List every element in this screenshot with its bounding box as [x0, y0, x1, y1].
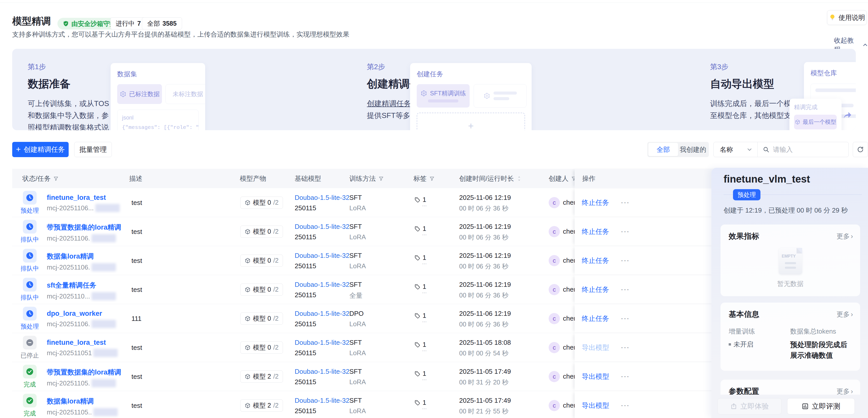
tag-cell[interactable]: 1 ... [414, 283, 427, 293]
metrics-more-link[interactable]: 更多› [836, 232, 853, 241]
row-action-link[interactable]: 终止任务 [582, 314, 609, 323]
tag-cell[interactable]: 1 ... [414, 225, 427, 235]
task-name-link[interactable]: 数据集lora精调 [47, 397, 118, 406]
run-duration: 00 时 00 分 54 秒 [459, 349, 511, 357]
base-model-version: 250115 [295, 233, 349, 241]
status-clock-icon [23, 191, 37, 204]
task-card-title: 创建任务 [417, 70, 525, 79]
refresh-button[interactable] [853, 142, 868, 157]
base-model-link[interactable]: Doubao-1.5-lite-32 [295, 339, 349, 347]
task-name-link[interactable]: 带预置数据集的lora精调 [47, 368, 121, 377]
filter-field-select[interactable]: 名称 [714, 145, 757, 154]
redacted-id-segment [92, 234, 116, 242]
creator-name: chen [563, 199, 575, 206]
cube-icon [795, 119, 801, 125]
filter-icon[interactable] [429, 176, 435, 181]
row-action-link[interactable]: 终止任务 [582, 227, 609, 236]
created-time: 2025-11-06 12:19 [459, 223, 511, 231]
detail-meta: 创建于 12:19，已预处理 00 时 06 分 29 秒 [723, 206, 848, 215]
model-artifact-chip[interactable]: 模型 0/2 [240, 312, 283, 325]
more-actions-button[interactable]: ··· [621, 199, 630, 206]
tag-cell[interactable]: 1 ... [414, 399, 427, 409]
run-duration: 00 时 06 分 36 秒 [459, 233, 511, 242]
base-model-link[interactable]: Doubao-1.5-lite-32 [295, 194, 349, 202]
tag-cell[interactable]: 1 ... [414, 254, 427, 264]
evaluate-now-button[interactable]: 立即评测 [787, 398, 855, 414]
try-now-button[interactable]: 立即体验 [717, 398, 781, 414]
sort-icon[interactable] [516, 175, 522, 182]
model-artifact-chip[interactable]: 模型 0/2 [240, 341, 283, 354]
task-name-link[interactable]: 数据集lora精调 [47, 252, 116, 261]
basic-info-more-link[interactable]: 更多› [836, 310, 853, 319]
row-action-link[interactable]: 终止任务 [582, 285, 609, 294]
usage-help-button[interactable]: 使用说明 [827, 10, 867, 25]
chevron-right-icon: › [851, 232, 853, 240]
base-model-version: 250115 [295, 291, 349, 299]
more-actions-button[interactable]: ··· [621, 228, 630, 235]
tag-cell[interactable]: 1 ... [414, 370, 427, 380]
tag-cell[interactable]: 1 ... [414, 341, 427, 351]
chevron-right-icon: › [851, 310, 853, 318]
task-name-link[interactable]: dpo_lora_worker [47, 310, 116, 318]
model-artifact-chip[interactable]: 模型 2/2 [240, 370, 283, 383]
more-actions-button[interactable]: ··· [621, 344, 630, 351]
status-cell: 预处理 [16, 307, 44, 330]
creator-cell: c chen [549, 371, 575, 382]
segment-all[interactable]: 全部 [648, 143, 678, 156]
more-actions-button[interactable]: ··· [621, 286, 630, 293]
more-actions-button[interactable]: ··· [621, 257, 630, 264]
more-actions-button[interactable]: ··· [621, 401, 630, 409]
redacted-id-segment [95, 204, 120, 212]
row-action-link[interactable]: 终止任务 [582, 256, 609, 265]
search-input[interactable]: 请输入 [758, 145, 848, 154]
total-count-chip[interactable]: 全部 3585 [142, 17, 182, 29]
row-action-link[interactable]: 导出模型 [582, 401, 609, 410]
base-model-link[interactable]: Doubao-1.5-lite-32 [295, 310, 349, 318]
model-artifact-chip[interactable]: 模型 0/2 [240, 283, 283, 296]
running-count-chip[interactable]: 进行中 7 [110, 17, 146, 29]
model-artifact-chip[interactable]: 模型 2/2 [240, 399, 283, 412]
plus-icon: + [16, 145, 21, 153]
base-model-link[interactable]: Doubao-1.5-lite-32 [295, 368, 349, 376]
status-label: 完成 [24, 380, 36, 388]
base-model-link[interactable]: Doubao-1.5-lite-32 [295, 252, 349, 260]
status-label: 预处理 [21, 322, 39, 330]
task-name-link[interactable]: sft全量精调任务 [47, 281, 116, 290]
batch-manage-button[interactable]: 批量管理 [74, 142, 112, 157]
tag-cell[interactable]: 1 ... [414, 196, 427, 206]
run-duration: 00 时 31 分 20 秒 [459, 378, 511, 386]
more-actions-button[interactable]: ··· [621, 315, 630, 322]
step-number: 第1步 [28, 62, 110, 72]
tag-cell[interactable]: 1 ... [414, 312, 427, 322]
base-model-link[interactable]: Doubao-1.5-lite-32 [295, 223, 349, 231]
tutorial-link[interactable]: 模型精调数据集格式说明 [28, 123, 109, 130]
create-finetune-task-button[interactable]: + 创建精调任务 [12, 142, 69, 157]
row-action-link[interactable]: 导出模型 [582, 343, 609, 352]
time-cell: 2025-11-06 12:19 00 时 06 分 36 秒 [459, 194, 511, 213]
base-model-link[interactable]: Doubao-1.5-lite-32 [295, 397, 349, 405]
avatar: c [549, 313, 560, 324]
status-label: 排队中 [21, 293, 39, 301]
model-artifact-chip[interactable]: 模型 0/2 [240, 255, 283, 267]
filter-icon[interactable] [53, 176, 59, 181]
model-artifact-chip[interactable]: 模型 0/2 [240, 197, 283, 209]
task-name-link[interactable]: 带预置数据集的lora精调 [47, 223, 121, 232]
creator-cell: c chen [549, 197, 575, 208]
empty-state-icon: EMPTY [779, 248, 802, 274]
panel-footer: 立即体验立即评测 [711, 395, 868, 418]
task-name-link[interactable]: finetune_lora_test [47, 194, 120, 202]
task-name-link[interactable]: finetune_lora_test [47, 339, 118, 347]
model-artifact-chip[interactable]: 模型 0/2 [240, 226, 283, 238]
creator-cell: c chen [549, 255, 575, 266]
column-header: 状态/任务 [22, 174, 59, 183]
segment-mine[interactable]: 我创建的 [678, 143, 708, 156]
tutorial-link[interactable]: 创建精调任务 [367, 99, 411, 108]
row-action-link[interactable]: 导出模型 [582, 372, 609, 381]
more-actions-button[interactable]: ··· [621, 372, 630, 380]
description-cell: test [131, 344, 142, 351]
export-arrow-icon [842, 109, 853, 121]
filter-icon[interactable] [378, 176, 384, 181]
status-badge: 预处理 [733, 189, 761, 200]
base-model-link[interactable]: Doubao-1.5-lite-32 [295, 281, 349, 289]
row-action-link[interactable]: 终止任务 [582, 198, 609, 207]
